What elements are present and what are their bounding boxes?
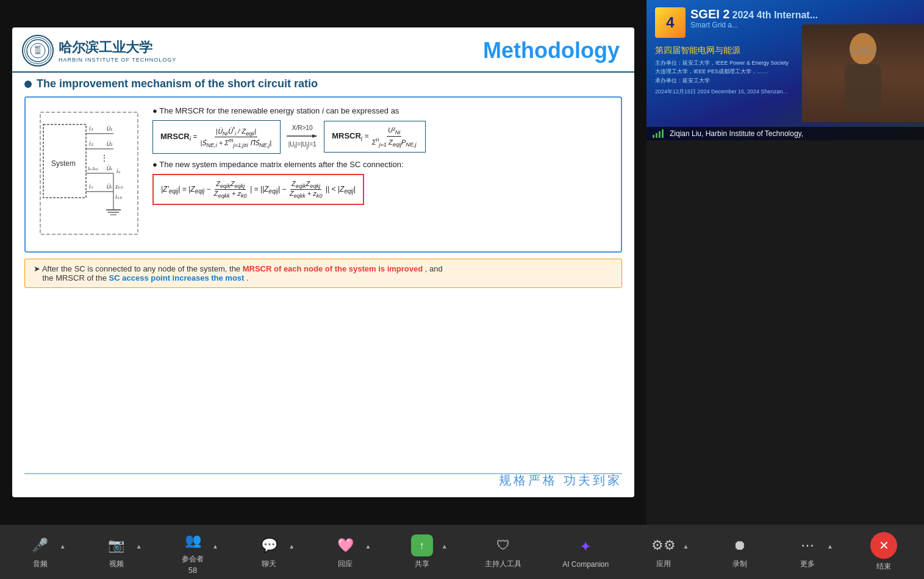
z-formula: |Z'eqij| = |Zeqij − ZeqikZeqkj Zeqkk + z… (152, 174, 364, 205)
record-icon: ⏺ (729, 534, 751, 556)
section-title: The improvement mechanism of the short c… (24, 77, 622, 90)
sgei-title: SGEI 22024 4th Internat... (690, 7, 915, 21)
ai-companion-button[interactable]: ✦ AI Companion (557, 532, 614, 572)
participants-label: 参会者 58 (182, 554, 204, 575)
highlight-bold-2: SC access point increases the most (109, 273, 245, 282)
circuit-diagram: System İ₁ U̇₁ İ₂ U̇₂ ⋮ (34, 106, 144, 243)
more-group: ⋯ 更多 ▲ (789, 531, 834, 573)
speaker-name: Ziqian Liu, Harbin Institute of Technolo… (670, 129, 803, 138)
slide-footer-chinese: 规格严格 功夫到家 (499, 472, 622, 489)
bullet-icon (24, 81, 32, 88)
slide-body: The improvement mechanism of the short c… (12, 73, 634, 293)
slide-container: HIT 1920 哈尔滨工业大学 HARBIN INSTITUTE OF TEC… (0, 0, 646, 525)
speaker-bar: Ziqian Liu, Harbin Institute of Technolo… (646, 127, 924, 140)
apps-button[interactable]: ⚙⚙ 应用 (645, 531, 682, 573)
record-button[interactable]: ⏺ 录制 (722, 531, 758, 573)
svg-text:İₖ: İₖ (116, 168, 121, 174)
mic-icon: 🎤 (29, 534, 51, 556)
svg-point-31 (850, 33, 876, 65)
participants-icon: 👥 (182, 530, 204, 552)
apps-icon: ⚙⚙ (653, 534, 675, 556)
share-icon: ↑ (411, 534, 433, 556)
sgei-banner: 4 SGEI 22024 4th Internat... Smart Grid … (646, 0, 924, 140)
host-tools-button[interactable]: 🛡 主持人工具 (480, 531, 526, 573)
section-title-text: The improvement mechanism of the short c… (37, 77, 318, 90)
participants-button[interactable]: 👥 参会者 58 (174, 526, 211, 578)
reactions-button[interactable]: 🩷 回应 (327, 531, 364, 573)
sgei-logo: 4 (655, 7, 686, 38)
highlight-box: ➤ After the SC is connected to any node … (24, 259, 622, 288)
right-content: ● The MRSCR for the renewable energy sta… (152, 106, 612, 243)
apps-group: ⚙⚙ 应用 ▲ (645, 531, 690, 573)
svg-text:İₖ₀: İₖ₀ (115, 194, 122, 200)
more-chevron[interactable]: ▲ (826, 542, 834, 551)
more-button[interactable]: ⋯ 更多 (789, 531, 826, 573)
mrscr-formula-2: MRSCRi = U²Ni Σnj=1 ZeqijPNE,j (324, 121, 425, 153)
svg-text:İₖ-İₖ₀: İₖ-İₖ₀ (88, 166, 98, 171)
record-label: 录制 (732, 559, 747, 569)
audio-label: 音频 (33, 559, 48, 569)
svg-text:U̇ₖ: U̇ₖ (106, 165, 113, 171)
svg-text:İ₁: İ₁ (89, 126, 93, 132)
more-icon: ⋯ (797, 534, 818, 556)
highlight-bold-1: MRSCR of each node of the system is impr… (243, 264, 423, 273)
svg-rect-32 (845, 64, 881, 113)
svg-text:İₙ: İₙ (89, 184, 93, 190)
reactions-chevron[interactable]: ▲ (364, 542, 372, 551)
chat-button[interactable]: 💬 聊天 (251, 531, 287, 573)
toolbar: 🎤 音频 ▲ 📷 视频 ▲ 👥 参会者 58 ▲ 💬 聊天 ▲ (0, 525, 924, 579)
ai-companion-icon: ✦ (575, 536, 596, 558)
chat-icon: 💬 (258, 534, 280, 556)
host-tools-icon: 🛡 (492, 534, 514, 556)
video-group: 📷 视频 ▲ (98, 531, 143, 573)
formula-arrow: X/R>10 |Ui|=|Uj|=1 (285, 124, 319, 149)
logo-area: HIT 1920 哈尔滨工业大学 HARBIN INSTITUTE OF TEC… (22, 35, 176, 67)
end-button[interactable]: ✕ 结束 (865, 528, 902, 575)
svg-text:U̇₂: U̇₂ (106, 140, 113, 147)
webcam-video: 4 SGEI 22024 4th Internat... Smart Grid … (646, 0, 924, 140)
svg-text:⋮: ⋮ (100, 153, 109, 163)
video-chevron[interactable]: ▲ (135, 542, 143, 551)
share-chevron[interactable]: ▲ (440, 542, 449, 551)
logo-inner: HIT 1920 (24, 37, 51, 64)
svg-text:İ₂: İ₂ (89, 141, 93, 147)
participants-group: 👥 参会者 58 ▲ (174, 526, 220, 578)
share-button[interactable]: ↑ 共享 (404, 531, 440, 573)
video-button[interactable]: 📷 视频 (98, 531, 135, 573)
content-box: System İ₁ U̇₁ İ₂ U̇₂ ⋮ (24, 96, 622, 253)
reactions-icon: 🩷 (334, 534, 356, 556)
end-label: 结束 (876, 561, 891, 572)
webcam-area: 4 SGEI 22024 4th Internat... Smart Grid … (646, 0, 924, 525)
formula-row-2: |Z'eqij| = |Zeqij − ZeqikZeqkj Zeqkk + z… (152, 174, 612, 205)
mrscr-formula-1: MRSCRi = |U̇NiU̇*i / Zeqii| |ṠNE,i + Σmj… (152, 120, 281, 154)
reactions-group: 🩷 回应 ▲ (327, 531, 372, 573)
chat-label: 聊天 (262, 559, 276, 569)
signal-icon (653, 129, 664, 138)
svg-text:U̇₁: U̇₁ (106, 125, 113, 132)
university-logo: HIT 1920 (22, 35, 54, 67)
end-icon: ✕ (870, 532, 897, 559)
university-name-chinese: 哈尔滨工业大学 (59, 38, 176, 57)
webcam-empty-space (646, 140, 924, 525)
presentation-slide: HIT 1920 哈尔滨工业大学 HARBIN INSTITUTE OF TEC… (12, 27, 634, 497)
more-label: 更多 (800, 559, 815, 569)
audio-group: 🎤 音频 ▲ (22, 531, 67, 573)
apps-chevron[interactable]: ▲ (682, 542, 690, 551)
formula-description-1: ● The MRSCR for the renewable energy sta… (152, 106, 612, 115)
video-label: 视频 (109, 559, 124, 569)
university-name-english: HARBIN INSTITUTE OF TECHNOLOGY (59, 57, 176, 63)
share-label: 共享 (415, 559, 429, 569)
chat-chevron[interactable]: ▲ (287, 542, 296, 551)
logo-text: 哈尔滨工业大学 HARBIN INSTITUTE OF TECHNOLOGY (59, 38, 176, 63)
share-group: ↑ 共享 ▲ (404, 531, 449, 573)
participants-count: 58 (182, 566, 204, 575)
participants-chevron[interactable]: ▲ (211, 542, 220, 551)
svg-text:System: System (51, 159, 76, 168)
svg-text:U̇ₙ: U̇ₙ (106, 183, 113, 190)
audio-chevron[interactable]: ▲ (59, 542, 67, 551)
host-tools-label: 主持人工具 (485, 559, 521, 569)
formula-description-2: ● The new system impedance matrix elemen… (152, 160, 612, 169)
svg-point-4 (35, 48, 41, 54)
ai-companion-label: AI Companion (562, 560, 609, 569)
audio-button[interactable]: 🎤 音频 (22, 531, 59, 573)
